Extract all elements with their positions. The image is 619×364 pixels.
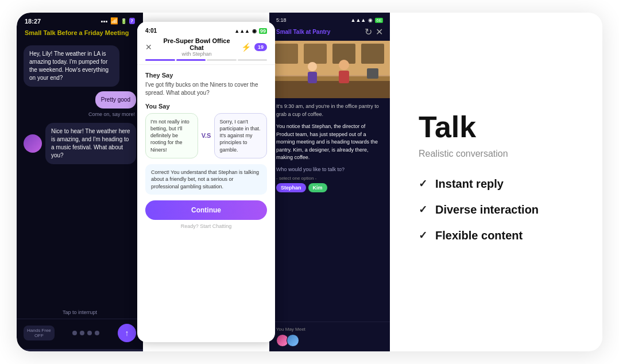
select-hint: - select one option - <box>276 176 383 181</box>
message-hint: Come on, say more! <box>87 111 136 118</box>
vs-label: V.S <box>202 132 211 139</box>
mic-button[interactable]: ↑ <box>118 324 136 342</box>
progress-bar <box>145 59 267 61</box>
svg-rect-3 <box>304 44 327 64</box>
tap-interrupt-label[interactable]: Tap to interrupt <box>17 306 143 319</box>
svg-rect-2 <box>275 44 298 64</box>
right-time: 5:18 <box>276 17 287 23</box>
battery-icon: 🔋 <box>121 18 127 24</box>
avatar <box>24 134 42 153</box>
check-icon-1: ✓ <box>419 177 427 190</box>
mid-header-row: ✕ Pre-Super Bowl Office Chat with Stepha… <box>145 37 267 57</box>
middle-title: Pre-Super Bowl Office Chat <box>156 37 238 51</box>
check-icon-3: ✓ <box>419 229 427 242</box>
chat-messages-list: Hey, Lily! The weather in LA is amazing … <box>17 41 143 306</box>
feature-label-1: Instant reply <box>435 177 504 191</box>
you-may-meet-label: You May Meet <box>276 327 383 332</box>
right-wifi: ◉ <box>368 17 373 23</box>
left-status-bar: 18:27 ▪▪▪ 📶 🔋 7 <box>17 13 143 27</box>
svg-rect-5 <box>361 44 384 64</box>
dot-2 <box>80 331 84 335</box>
hands-free-label: Hands Free <box>27 328 51 333</box>
mid-signal: ▲▲▲ <box>234 28 250 34</box>
progress-seg-4 <box>238 59 268 61</box>
avatar-group <box>276 334 383 347</box>
right-status-bar: 5:18 ▲▲▲ ◉ 6E <box>269 13 390 25</box>
right-header-bar: Small Talk at Pantry ↻ ✕ <box>269 25 390 41</box>
close-right-icon[interactable]: ✕ <box>376 26 383 37</box>
signal-icon: ▪▪▪ <box>101 18 108 25</box>
svg-rect-11 <box>339 71 349 83</box>
middle-header: 4:01 ▲▲▲ ◉ 99 ✕ Pre-Super Bowl Office Ch… <box>137 22 275 65</box>
features-panel: Talk Realistic conversation ✓ Instant re… <box>390 13 602 351</box>
avatar-row: Nice to hear! The weather here is amazin… <box>24 123 136 164</box>
mid-time: 4:01 <box>145 28 157 34</box>
scene-image <box>269 41 390 98</box>
right-signal: ▲▲▲ <box>350 17 366 23</box>
scene-overlay <box>269 41 390 98</box>
message-sent-1: Pretty good <box>95 91 136 109</box>
mini-avatar-2 <box>287 334 299 347</box>
progress-seg-1 <box>145 59 175 61</box>
hands-free-status: OFF <box>27 333 51 338</box>
message-received-2: Nice to hear! The weather here is amazin… <box>45 123 136 164</box>
you-may-meet-section: You May Meet <box>269 322 390 351</box>
close-button[interactable]: ✕ <box>145 42 152 52</box>
left-page-title: Small Talk Before a Friday Meeting <box>17 27 143 41</box>
right-phone: 5:18 ▲▲▲ ◉ 6E Small Talk at Pantry ↻ ✕ <box>269 13 390 351</box>
svg-point-8 <box>308 62 317 71</box>
lightning-badge: 19 <box>254 43 267 51</box>
wifi-icon: 📶 <box>110 17 118 25</box>
refresh-icon[interactable]: ↻ <box>365 26 372 37</box>
chip-stephan[interactable]: Stephan <box>276 183 306 192</box>
network-badge: 7 <box>129 18 135 24</box>
options-row: I'm not really into betting, but I'll de… <box>145 113 267 158</box>
progress-seg-2 <box>176 59 206 61</box>
features-subtitle: Realistic conversation <box>419 149 579 159</box>
ready-text: Ready? Start Chatting <box>145 223 267 234</box>
feature-item-2: ✓ Diverse interaction <box>419 203 579 216</box>
check-icon-2: ✓ <box>419 203 427 216</box>
feature-item-1: ✓ Instant reply <box>419 177 579 191</box>
they-say-label: They Say <box>145 72 267 79</box>
middle-phone: 4:01 ▲▲▲ ◉ 99 ✕ Pre-Super Bowl Office Ch… <box>137 22 275 342</box>
left-phone: 18:27 ▪▪▪ 📶 🔋 7 Small Talk Before a Frid… <box>17 13 143 351</box>
mid-wifi: ◉ <box>252 28 257 34</box>
middle-body: They Say I've got fifty bucks on the Nin… <box>137 65 275 342</box>
option-right[interactable]: Sorry, I can't participate in that. It's… <box>214 113 267 158</box>
character-chips: Stephan Kim <box>276 183 383 192</box>
dot-1 <box>72 331 77 335</box>
bottom-bar: Hands Free OFF ↑ <box>17 319 143 349</box>
who-talk-label: Who would you like to talk to? <box>276 166 383 172</box>
middle-sub: with Stephan <box>156 51 238 57</box>
mid-status-bar: 4:01 ▲▲▲ ◉ 99 <box>145 28 267 34</box>
svg-rect-7 <box>269 81 390 98</box>
option-left[interactable]: I'm not really into betting, but I'll de… <box>145 113 198 158</box>
they-say-text: I've got fifty bucks on the Niners to co… <box>145 81 267 97</box>
mid-battery: 99 <box>259 28 267 34</box>
svg-rect-9 <box>308 72 317 83</box>
continue-button[interactable]: Continue <box>145 200 267 220</box>
dots-row <box>72 331 99 335</box>
right-header-title: Small Talk at Pantry <box>276 29 330 35</box>
message-received-1: Hey, Lily! The weather in LA is amazing … <box>24 45 119 87</box>
dot-4 <box>95 331 99 335</box>
dot-3 <box>87 331 92 335</box>
feature-label-2: Diverse interaction <box>435 203 539 216</box>
scene-text-1: It's 9:30 am, and you're in the office p… <box>276 103 383 118</box>
scene-text-2: You notice that Stephan, the director of… <box>276 123 383 162</box>
left-time: 18:27 <box>25 18 41 25</box>
svg-rect-12 <box>367 68 378 79</box>
right-network: 6E <box>375 18 383 23</box>
svg-point-10 <box>339 60 349 70</box>
lightning-icon: ⚡ <box>241 42 251 52</box>
feature-label-3: Flexible content <box>435 229 523 242</box>
features-title: Talk <box>419 110 579 144</box>
scene-body: It's 9:30 am, and you're in the office p… <box>269 98 390 322</box>
feature-item-3: ✓ Flexible content <box>419 229 579 242</box>
you-say-label: You Say <box>145 103 267 110</box>
progress-seg-3 <box>207 59 237 61</box>
chip-kim[interactable]: Kim <box>308 183 327 192</box>
feedback-box: Correct! You understand that Stephan is … <box>145 164 267 195</box>
hands-free-badge[interactable]: Hands Free OFF <box>24 326 55 340</box>
